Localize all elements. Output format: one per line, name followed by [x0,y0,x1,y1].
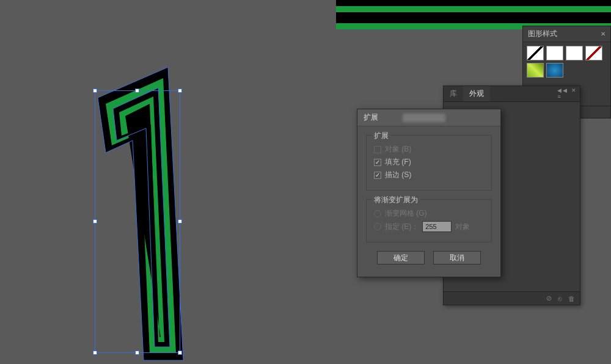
selection-bbox[interactable] [95,90,180,353]
expand-group: 扩展 对象 (B) 填充 (F) 描边 (S) [366,135,492,191]
dialog-title-text: 扩展 [364,112,378,123]
style-swatch[interactable] [585,46,602,60]
appearance-footer: ⊘ ⎋ 🗑 [444,291,580,305]
title-blur [403,114,445,122]
close-icon[interactable]: ✕ [601,31,606,37]
stripe [336,6,611,12]
top-stripes [336,0,611,29]
expand-dialog[interactable]: 扩展 扩展 对象 (B) 填充 (F) 描边 (S) 将渐变扩展为 渐变网格 (… [357,109,501,277]
resize-handle[interactable] [135,89,139,93]
checkbox-stroke[interactable] [374,172,381,179]
tab-library[interactable]: 库 [444,86,463,101]
resize-handle[interactable] [93,219,97,224]
specify-input[interactable] [422,221,452,232]
option-specify: 指定 (E)： 对象 [374,221,484,232]
option-stroke[interactable]: 描边 (S) [374,170,484,180]
checkbox-fill[interactable] [374,159,381,166]
panel-title: 图形样式 [528,29,557,39]
resize-handle[interactable] [93,89,97,93]
resize-handle[interactable] [93,351,97,355]
group-label: 将渐变扩展为 [371,195,420,205]
stripe [336,12,611,23]
resize-handle[interactable] [178,89,182,93]
stripe [336,0,611,6]
radio-mesh [374,210,381,217]
cancel-button[interactable]: 取消 [433,251,481,264]
gradient-group: 将渐变扩展为 渐变网格 (G) 指定 (E)： 对象 [366,199,492,242]
no-symbol-icon[interactable]: ⊘ [546,294,552,302]
resize-handle[interactable] [135,351,139,355]
checkbox-object [374,146,381,153]
option-mesh: 渐变网格 (G) [374,208,484,219]
radio-specify [374,223,381,230]
trash-icon[interactable]: 🗑 [568,295,575,302]
style-swatch[interactable] [566,46,583,60]
resize-handle[interactable] [178,219,182,224]
option-object: 对象 (B) [374,144,484,155]
tab-appearance[interactable]: 外观 [463,86,490,101]
style-swatch-default[interactable] [527,46,544,60]
group-label: 扩展 [371,131,391,141]
style-swatch[interactable] [527,63,544,78]
panel-menu-icon[interactable]: ◀◀ ✕≡ [557,87,577,100]
canvas-artwork[interactable] [82,67,186,360]
style-swatch[interactable] [546,46,563,60]
link-icon[interactable]: ⎋ [558,295,562,302]
dialog-titlebar[interactable]: 扩展 [357,109,500,126]
dialog-buttons: 确定 取消 [366,251,492,268]
swatches-grid [523,42,610,81]
option-fill[interactable]: 填充 (F) [374,157,484,167]
ok-button[interactable]: 确定 [377,251,425,264]
panel-header[interactable]: 图形样式 ✕ [523,26,610,42]
resize-handle[interactable] [178,351,182,355]
style-swatch[interactable] [546,63,563,78]
